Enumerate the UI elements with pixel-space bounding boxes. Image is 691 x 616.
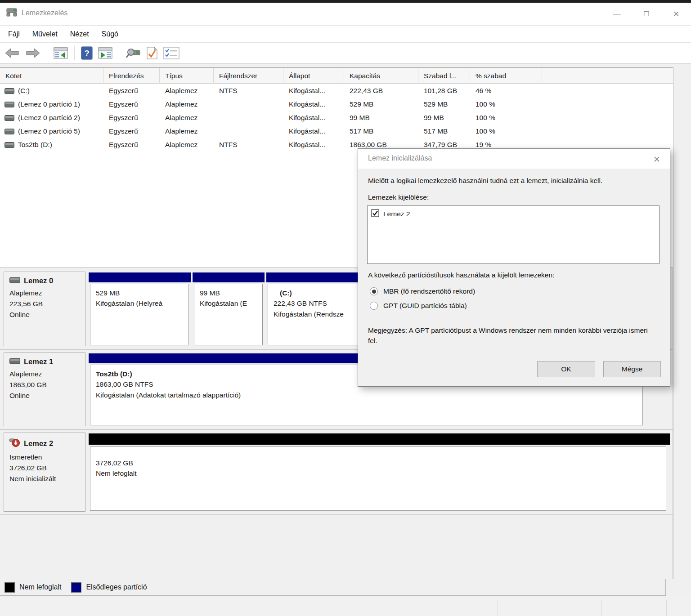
disk-icon bbox=[9, 277, 20, 285]
cell-layout: Egyszerű bbox=[103, 111, 160, 125]
disk-name: Lemez 2 bbox=[24, 439, 53, 448]
cancel-button[interactable]: Mégse bbox=[603, 361, 661, 377]
disk-2-unallocated-region[interactable]: 3726,02 GB Nem lefoglalt bbox=[89, 433, 670, 512]
partition-status: Kifogástalan (Helyreá bbox=[96, 298, 183, 308]
dialog-close-icon[interactable]: ✕ bbox=[651, 153, 663, 165]
primary-partition-bar bbox=[193, 272, 265, 282]
gpt-radio-option[interactable]: GPT (GUID partíciós tábla) bbox=[370, 302, 467, 310]
disk-status: Online bbox=[9, 309, 85, 320]
disk-status: Online bbox=[9, 390, 85, 401]
column-header-pct-free[interactable]: % szabad bbox=[470, 68, 542, 84]
cell-type: Alaplemez bbox=[160, 98, 214, 111]
minimize-button[interactable]: — bbox=[602, 3, 632, 25]
disk-list-item[interactable]: Lemez 2 bbox=[368, 206, 659, 219]
status-bar bbox=[0, 598, 691, 616]
menu-action[interactable]: Művelet bbox=[28, 27, 62, 41]
back-icon[interactable] bbox=[4, 47, 20, 59]
disk-0-partition-2[interactable]: 99 MB Kifogástalan (E bbox=[193, 272, 265, 346]
svg-text:?: ? bbox=[84, 49, 90, 58]
partition-size: 3726,02 GB bbox=[96, 451, 660, 468]
disk-name: Lemez 1 bbox=[24, 357, 53, 366]
column-header-capacity[interactable]: Kapacitás bbox=[344, 68, 418, 84]
show-hide-console-tree-icon[interactable] bbox=[98, 47, 112, 59]
column-header-type[interactable]: Típus bbox=[160, 68, 214, 84]
table-row[interactable]: (Lemez 0 partíció 1) Egyszerű Alaplemez … bbox=[0, 98, 673, 111]
column-header-filesystem[interactable]: Fájlrendszer bbox=[214, 68, 283, 84]
unallocated-bar bbox=[89, 433, 670, 445]
column-header-empty bbox=[542, 68, 673, 84]
check-document-icon[interactable] bbox=[146, 46, 158, 60]
disk-select-listbox[interactable]: Lemez 2 bbox=[367, 205, 660, 264]
cell-capacity: 222,43 GB bbox=[344, 84, 418, 98]
cell-layout: Egyszerű bbox=[103, 138, 160, 152]
initialize-disk-dialog: Lemez inicializálása ✕ Mielőtt a logikai… bbox=[358, 148, 670, 387]
disk-2-panel[interactable]: Lemez 2 Ismeretlen 3726,02 GB Nem inicia… bbox=[4, 433, 85, 512]
cell-pct-free: 100 % bbox=[470, 125, 542, 138]
checkbox-checked-icon[interactable] bbox=[371, 209, 379, 219]
status-bar-separator bbox=[601, 600, 602, 616]
disk-size: 1863,00 GB bbox=[9, 379, 85, 390]
table-row[interactable]: (Lemez 0 partíció 5) Egyszerű Alaplemez … bbox=[0, 125, 673, 138]
legend-unallocated-label: Nem lefoglalt bbox=[19, 583, 61, 591]
disk-1-panel[interactable]: Lemez 1 Alaplemez 1863,00 GB Online bbox=[4, 353, 85, 426]
console-tree-icon[interactable] bbox=[54, 47, 68, 59]
radio-selected-icon[interactable] bbox=[370, 287, 378, 295]
disk-management-window: Lemezkezelés — ☐ ✕ Fájl Művelet Nézet Sú… bbox=[0, 0, 691, 616]
toolbar-separator bbox=[119, 46, 119, 60]
column-header-free-space[interactable]: Szabad l... bbox=[418, 68, 470, 84]
disk-search-icon[interactable] bbox=[126, 47, 141, 59]
close-button[interactable]: ✕ bbox=[661, 3, 691, 25]
maximize-button[interactable]: ☐ bbox=[632, 3, 661, 25]
cell-volume: (Lemez 0 partíció 5) bbox=[0, 125, 103, 138]
help-icon[interactable]: ? bbox=[81, 46, 93, 60]
menu-file[interactable]: Fájl bbox=[4, 27, 24, 41]
window-title: Lemezkezelés bbox=[22, 9, 67, 17]
cell-volume: (Lemez 0 partíció 2) bbox=[0, 111, 103, 125]
cell-status: Kifogástal... bbox=[283, 84, 344, 98]
dialog-intro-text: Mielőtt a logikai lemezkezelő használni … bbox=[368, 177, 660, 185]
cell-layout: Egyszerű bbox=[103, 125, 160, 138]
checklist-icon[interactable] bbox=[163, 47, 179, 59]
title-bar: Lemezkezelés — ☐ ✕ bbox=[0, 3, 691, 25]
table-row[interactable]: (C:) Egyszerű Alaplemez NTFS Kifogástal.… bbox=[0, 84, 673, 98]
column-header-layout[interactable]: Elrendezés bbox=[103, 68, 160, 84]
cell-status: Kifogástal... bbox=[283, 138, 344, 152]
radio-unselected-icon[interactable] bbox=[370, 302, 378, 310]
dialog-title-bar: Lemez inicializálása ✕ bbox=[358, 149, 670, 169]
cell-capacity: 99 MB bbox=[344, 111, 418, 125]
cell-filesystem: NTFS bbox=[214, 84, 283, 98]
volume-list-header: Kötet Elrendezés Típus Fájlrendszer Álla… bbox=[0, 68, 673, 84]
menu-view[interactable]: Nézet bbox=[66, 27, 94, 41]
mbr-radio-option[interactable]: MBR (fő rendszertöltő rekord) bbox=[370, 287, 475, 295]
cell-type: Alaplemez bbox=[160, 125, 214, 138]
legend-primary-label: Elsődleges partíció bbox=[86, 583, 147, 591]
disk-type: Alaplemez bbox=[9, 369, 85, 379]
table-row[interactable]: (Lemez 0 partíció 2) Egyszerű Alaplemez … bbox=[0, 111, 673, 125]
partition-status: Nem lefoglalt bbox=[96, 468, 660, 478]
cell-layout: Egyszerű bbox=[103, 84, 160, 98]
disk-list-item-label: Lemez 2 bbox=[383, 210, 410, 218]
cell-capacity: 529 MB bbox=[344, 98, 418, 111]
column-header-volume[interactable]: Kötet bbox=[0, 68, 103, 84]
partition-status: Kifogástalan (E bbox=[200, 298, 257, 308]
menu-bar: Fájl Művelet Nézet Súgó bbox=[0, 25, 691, 42]
disk-management-app-icon bbox=[6, 7, 18, 19]
cell-free: 101,28 GB bbox=[418, 84, 470, 98]
forward-icon[interactable] bbox=[25, 47, 40, 59]
menu-help[interactable]: Súgó bbox=[97, 27, 123, 41]
ok-button[interactable]: OK bbox=[537, 361, 595, 377]
cell-type: Alaplemez bbox=[160, 111, 214, 125]
disk-0-panel[interactable]: Lemez 0 Alaplemez 223,56 GB Online bbox=[4, 272, 85, 346]
cell-status: Kifogástal... bbox=[283, 125, 344, 138]
toolbar-separator bbox=[47, 46, 47, 60]
window-controls: — ☐ ✕ bbox=[602, 3, 691, 25]
disk-size: 223,56 GB bbox=[9, 299, 85, 309]
cell-free: 99 MB bbox=[418, 111, 470, 125]
column-header-status[interactable]: Állapot bbox=[283, 68, 344, 84]
cell-status: Kifogástal... bbox=[283, 98, 344, 111]
partition-size: 99 MB bbox=[200, 288, 257, 298]
legend-unallocated-swatch bbox=[4, 582, 15, 593]
cell-free: 529 MB bbox=[418, 98, 470, 111]
disk-0-partition-1[interactable]: 529 MB Kifogástalan (Helyreá bbox=[89, 272, 191, 346]
legend-bar: Nem lefoglalt Elsődleges partíció bbox=[0, 579, 666, 596]
